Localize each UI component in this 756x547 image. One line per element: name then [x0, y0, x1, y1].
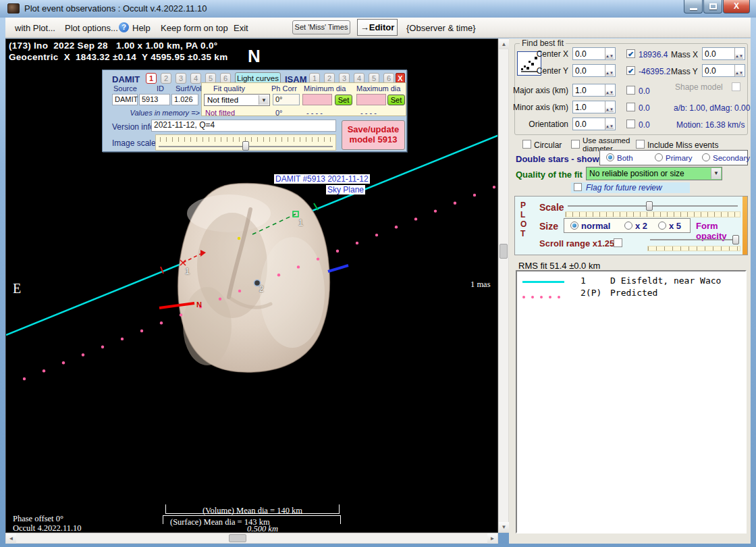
damit-tab-2[interactable]: 2: [161, 73, 171, 84]
save-update-button[interactable]: Save/update model 5913: [342, 120, 405, 150]
plot-letter-p: P: [520, 201, 526, 210]
center-x-spinner[interactable]: 0.0 ▲▼: [572, 47, 616, 60]
secondary-radio[interactable]: [702, 153, 710, 161]
scroll-down-icon[interactable]: ▼: [499, 522, 509, 532]
form-opacity-slider[interactable]: [647, 234, 740, 251]
include-miss-checkbox[interactable]: [636, 140, 645, 149]
chord1-ingress-number: 1: [185, 266, 190, 276]
quality-dropdown[interactable]: No reliable position or size ▼: [586, 167, 722, 180]
min-dia-field[interactable]: [302, 94, 332, 105]
damit-tab-1[interactable]: 1: [146, 73, 157, 84]
center-x-checkbox[interactable]: ✔: [626, 49, 635, 58]
orientation-checkbox[interactable]: [626, 120, 635, 128]
spin-down-icon[interactable]: ▼: [610, 54, 614, 59]
size-normal-label: normal: [581, 221, 610, 231]
quality-label: Quality of the fit: [516, 170, 583, 180]
size-x2-radio[interactable]: [624, 222, 632, 230]
double-stars-label: Double stars - show: [516, 154, 599, 164]
center-y-checkbox[interactable]: ✔: [626, 66, 635, 75]
menu-with-plot[interactable]: with Plot...: [15, 23, 55, 33]
damit-tab-4[interactable]: 4: [190, 73, 201, 84]
spin-down-icon[interactable]: ▼: [610, 90, 614, 95]
image-scale-slider[interactable]: [155, 134, 336, 151]
mass-y-spinner[interactable]: 0.0 ▲▼: [702, 64, 745, 77]
dropdown-arrow-icon[interactable]: ▼: [711, 168, 721, 179]
scroll-left-icon[interactable]: ◄: [6, 533, 16, 544]
minor-axis-checkbox[interactable]: [626, 103, 635, 111]
menu-exit[interactable]: Exit: [234, 23, 248, 33]
sky-plane-plot[interactable]: (173) Ino 2022 Sep 28 1.00 x 1.00 km, PA…: [5, 38, 498, 533]
minor-axis-spinner[interactable]: 1.0 ▲▼: [572, 101, 616, 113]
scale-slider[interactable]: [565, 201, 740, 214]
scroll-up-icon[interactable]: ▲: [499, 39, 509, 49]
vscroll-thumb[interactable]: [500, 244, 508, 259]
north-label: N: [248, 46, 261, 67]
menu-keep-on-top[interactable]: Keep form on top: [161, 23, 228, 33]
mass-x-spinner[interactable]: 0.0 ▲▼: [702, 47, 745, 60]
title-bar[interactable]: Plot event observations : Occult v.4.202…: [0, 0, 756, 18]
max-dia-field[interactable]: [356, 94, 386, 105]
sky-plane-label: Sky Plane: [326, 185, 365, 194]
center-y-spinner[interactable]: 0.0 ▲▼: [572, 64, 616, 77]
scroll-right-icon[interactable]: ►: [487, 533, 497, 544]
shape-model-label: Shape model: [675, 82, 723, 92]
mass-y-value: 0.0: [705, 66, 716, 76]
observation-legend-list[interactable]: 1 D Eisfeldt, near Waco 2(P) Predicted: [516, 270, 747, 533]
damit-close-button[interactable]: X: [396, 73, 405, 83]
size-normal-radio[interactable]: [570, 222, 578, 230]
scale-slider-thumb[interactable]: [646, 201, 653, 211]
set-max-dia-button[interactable]: Set: [387, 95, 405, 105]
version-info-field[interactable]: 2021-11-12, Q=4: [151, 120, 336, 132]
id-header: ID: [157, 84, 164, 93]
image-scale-thumb[interactable]: [242, 141, 249, 151]
damit-tab-3[interactable]: 3: [176, 73, 186, 84]
legend-dots-swatch: [522, 290, 566, 301]
surface-diameter-bar: (Surface) Mean dia = 143 km: [163, 515, 341, 524]
dropdown-arrow-icon[interactable]: ▼: [259, 95, 269, 105]
close-button[interactable]: X: [723, 0, 750, 14]
spin-down-icon[interactable]: ▼: [610, 107, 614, 112]
spin-down-icon[interactable]: ▼: [739, 54, 743, 59]
circular-checkbox[interactable]: [522, 140, 531, 149]
plot-letter-t: T: [520, 229, 525, 238]
flag-review-checkbox[interactable]: [574, 183, 582, 191]
major-axis-label: Major axis (km): [509, 86, 568, 95]
orientation-spinner[interactable]: 0.0 ▲▼: [572, 118, 616, 130]
spin-down-icon[interactable]: ▼: [739, 71, 743, 76]
app-icon: [7, 3, 20, 14]
size-x5-radio[interactable]: [658, 222, 666, 230]
legend-row-1-name: D Eisfeldt, near Waco: [610, 276, 721, 286]
assumed-diameter-checkbox[interactable]: [571, 140, 580, 149]
form-opacity-thumb[interactable]: [732, 235, 739, 244]
ph-corr-value: 0°: [273, 94, 300, 105]
occult-version-label: Occult 4.2022.11.10: [13, 523, 82, 533]
fit-quality-dropdown[interactable]: Not fitted ▼: [204, 94, 270, 106]
major-axis-fit-value: 0.0: [639, 86, 650, 96]
minimize-button[interactable]: [684, 0, 703, 14]
menu-help[interactable]: Help: [132, 23, 151, 33]
id-value: 5913: [139, 94, 170, 105]
shape-model-checkbox[interactable]: [732, 82, 740, 91]
rms-fit-label: RMS fit 51.4 ±0.0 km: [518, 261, 600, 271]
observer-time-label: {Observer & time}: [406, 23, 476, 33]
plot-horizontal-scrollbar[interactable]: ◄ ►: [5, 533, 498, 544]
damit-model-panel: DAMIT 1 2 3 4 5 6 Light curves ISAM 1 2 …: [102, 70, 407, 152]
set-miss-times-button[interactable]: Set 'Miss' Times: [292, 20, 350, 34]
major-axis-spinner[interactable]: 1.0 ▲▼: [572, 84, 616, 97]
plot-controls-panel: P L O T Scale Size normal x 2 x 5 Form o…: [514, 196, 748, 255]
set-min-dia-button[interactable]: Set: [335, 95, 352, 105]
primary-radio[interactable]: [655, 153, 663, 161]
fit-quality-header: Fit quality: [213, 84, 245, 93]
scroll-range-checkbox[interactable]: [614, 238, 622, 247]
both-radio[interactable]: [606, 153, 614, 161]
plot-vertical-scrollbar[interactable]: ▲ ▼: [498, 38, 509, 533]
menu-plot-options[interactable]: Plot options...: [65, 23, 118, 33]
find-best-fit-title: Find best fit: [520, 38, 566, 48]
spin-down-icon[interactable]: ▼: [610, 124, 614, 129]
editor-button[interactable]: →Editor: [357, 19, 398, 36]
major-axis-checkbox[interactable]: [626, 86, 635, 95]
spin-down-icon[interactable]: ▼: [610, 71, 614, 76]
control-panel: Find best fit Center X 0.0 ▲▼ ✔ 18936.4 …: [509, 38, 751, 544]
maximize-button[interactable]: [703, 0, 722, 14]
hscroll-thumb[interactable]: [229, 534, 246, 542]
